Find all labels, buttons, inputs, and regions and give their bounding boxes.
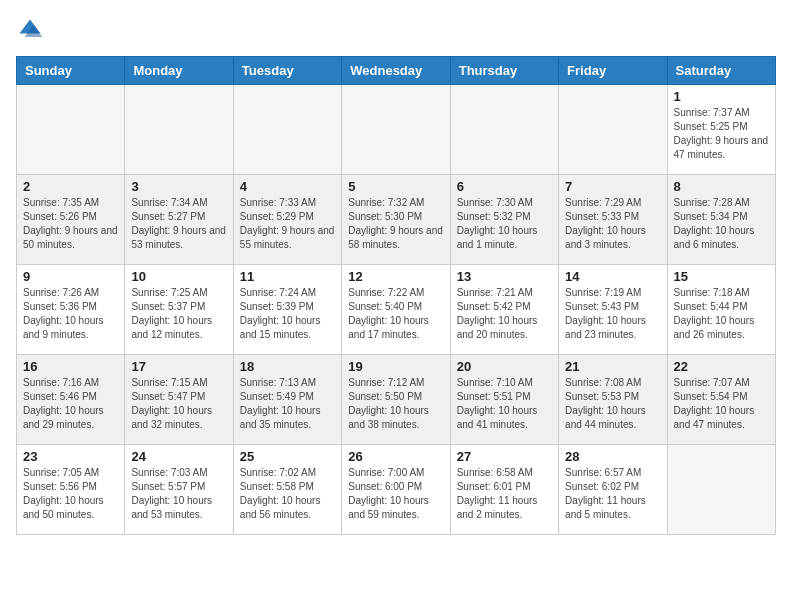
day-number: 18 [240,359,335,374]
day-info: Sunrise: 7:03 AM Sunset: 5:57 PM Dayligh… [131,466,226,522]
day-info: Sunrise: 7:08 AM Sunset: 5:53 PM Dayligh… [565,376,660,432]
col-header-saturday: Saturday [667,57,775,85]
day-cell: 12Sunrise: 7:22 AM Sunset: 5:40 PM Dayli… [342,265,450,355]
day-cell [559,85,667,175]
day-cell: 22Sunrise: 7:07 AM Sunset: 5:54 PM Dayli… [667,355,775,445]
day-info: Sunrise: 7:37 AM Sunset: 5:25 PM Dayligh… [674,106,769,162]
day-number: 26 [348,449,443,464]
day-number: 9 [23,269,118,284]
day-info: Sunrise: 7:26 AM Sunset: 5:36 PM Dayligh… [23,286,118,342]
day-cell: 2Sunrise: 7:35 AM Sunset: 5:26 PM Daylig… [17,175,125,265]
day-number: 28 [565,449,660,464]
day-cell: 14Sunrise: 7:19 AM Sunset: 5:43 PM Dayli… [559,265,667,355]
logo-icon [16,16,44,44]
day-cell: 4Sunrise: 7:33 AM Sunset: 5:29 PM Daylig… [233,175,341,265]
day-cell: 16Sunrise: 7:16 AM Sunset: 5:46 PM Dayli… [17,355,125,445]
day-info: Sunrise: 7:35 AM Sunset: 5:26 PM Dayligh… [23,196,118,252]
col-header-thursday: Thursday [450,57,558,85]
day-info: Sunrise: 6:57 AM Sunset: 6:02 PM Dayligh… [565,466,660,522]
day-number: 1 [674,89,769,104]
day-cell: 25Sunrise: 7:02 AM Sunset: 5:58 PM Dayli… [233,445,341,535]
day-cell: 19Sunrise: 7:12 AM Sunset: 5:50 PM Dayli… [342,355,450,445]
day-number: 25 [240,449,335,464]
day-info: Sunrise: 7:19 AM Sunset: 5:43 PM Dayligh… [565,286,660,342]
day-number: 24 [131,449,226,464]
day-cell: 18Sunrise: 7:13 AM Sunset: 5:49 PM Dayli… [233,355,341,445]
col-header-tuesday: Tuesday [233,57,341,85]
day-cell: 20Sunrise: 7:10 AM Sunset: 5:51 PM Dayli… [450,355,558,445]
day-cell [667,445,775,535]
day-number: 7 [565,179,660,194]
day-cell [233,85,341,175]
day-cell: 10Sunrise: 7:25 AM Sunset: 5:37 PM Dayli… [125,265,233,355]
day-info: Sunrise: 7:13 AM Sunset: 5:49 PM Dayligh… [240,376,335,432]
week-row-3: 9Sunrise: 7:26 AM Sunset: 5:36 PM Daylig… [17,265,776,355]
day-cell [450,85,558,175]
day-number: 21 [565,359,660,374]
day-cell: 24Sunrise: 7:03 AM Sunset: 5:57 PM Dayli… [125,445,233,535]
day-info: Sunrise: 7:34 AM Sunset: 5:27 PM Dayligh… [131,196,226,252]
day-cell: 6Sunrise: 7:30 AM Sunset: 5:32 PM Daylig… [450,175,558,265]
day-cell [342,85,450,175]
day-number: 16 [23,359,118,374]
day-info: Sunrise: 7:05 AM Sunset: 5:56 PM Dayligh… [23,466,118,522]
page-header [16,16,776,44]
week-row-4: 16Sunrise: 7:16 AM Sunset: 5:46 PM Dayli… [17,355,776,445]
day-number: 4 [240,179,335,194]
day-info: Sunrise: 7:02 AM Sunset: 5:58 PM Dayligh… [240,466,335,522]
day-cell: 21Sunrise: 7:08 AM Sunset: 5:53 PM Dayli… [559,355,667,445]
col-header-friday: Friday [559,57,667,85]
day-info: Sunrise: 7:12 AM Sunset: 5:50 PM Dayligh… [348,376,443,432]
day-cell: 23Sunrise: 7:05 AM Sunset: 5:56 PM Dayli… [17,445,125,535]
day-number: 23 [23,449,118,464]
day-cell: 15Sunrise: 7:18 AM Sunset: 5:44 PM Dayli… [667,265,775,355]
day-info: Sunrise: 7:28 AM Sunset: 5:34 PM Dayligh… [674,196,769,252]
calendar-table: SundayMondayTuesdayWednesdayThursdayFrid… [16,56,776,535]
day-info: Sunrise: 7:10 AM Sunset: 5:51 PM Dayligh… [457,376,552,432]
day-cell: 26Sunrise: 7:00 AM Sunset: 6:00 PM Dayli… [342,445,450,535]
week-row-2: 2Sunrise: 7:35 AM Sunset: 5:26 PM Daylig… [17,175,776,265]
week-row-1: 1Sunrise: 7:37 AM Sunset: 5:25 PM Daylig… [17,85,776,175]
day-number: 17 [131,359,226,374]
week-row-5: 23Sunrise: 7:05 AM Sunset: 5:56 PM Dayli… [17,445,776,535]
day-number: 22 [674,359,769,374]
day-cell: 11Sunrise: 7:24 AM Sunset: 5:39 PM Dayli… [233,265,341,355]
day-info: Sunrise: 7:15 AM Sunset: 5:47 PM Dayligh… [131,376,226,432]
day-cell: 3Sunrise: 7:34 AM Sunset: 5:27 PM Daylig… [125,175,233,265]
day-number: 27 [457,449,552,464]
day-cell: 9Sunrise: 7:26 AM Sunset: 5:36 PM Daylig… [17,265,125,355]
col-header-monday: Monday [125,57,233,85]
day-number: 13 [457,269,552,284]
day-cell: 27Sunrise: 6:58 AM Sunset: 6:01 PM Dayli… [450,445,558,535]
day-cell [17,85,125,175]
day-number: 10 [131,269,226,284]
calendar-header-row: SundayMondayTuesdayWednesdayThursdayFrid… [17,57,776,85]
day-info: Sunrise: 7:25 AM Sunset: 5:37 PM Dayligh… [131,286,226,342]
day-info: Sunrise: 7:24 AM Sunset: 5:39 PM Dayligh… [240,286,335,342]
day-info: Sunrise: 7:21 AM Sunset: 5:42 PM Dayligh… [457,286,552,342]
col-header-wednesday: Wednesday [342,57,450,85]
day-info: Sunrise: 7:30 AM Sunset: 5:32 PM Dayligh… [457,196,552,252]
day-info: Sunrise: 7:07 AM Sunset: 5:54 PM Dayligh… [674,376,769,432]
day-cell: 7Sunrise: 7:29 AM Sunset: 5:33 PM Daylig… [559,175,667,265]
day-cell: 1Sunrise: 7:37 AM Sunset: 5:25 PM Daylig… [667,85,775,175]
day-number: 15 [674,269,769,284]
day-info: Sunrise: 6:58 AM Sunset: 6:01 PM Dayligh… [457,466,552,522]
day-cell: 5Sunrise: 7:32 AM Sunset: 5:30 PM Daylig… [342,175,450,265]
day-number: 11 [240,269,335,284]
day-number: 5 [348,179,443,194]
day-info: Sunrise: 7:29 AM Sunset: 5:33 PM Dayligh… [565,196,660,252]
day-info: Sunrise: 7:32 AM Sunset: 5:30 PM Dayligh… [348,196,443,252]
day-cell: 13Sunrise: 7:21 AM Sunset: 5:42 PM Dayli… [450,265,558,355]
logo [16,16,48,44]
day-number: 19 [348,359,443,374]
day-number: 2 [23,179,118,194]
day-cell: 17Sunrise: 7:15 AM Sunset: 5:47 PM Dayli… [125,355,233,445]
day-cell [125,85,233,175]
day-number: 6 [457,179,552,194]
day-info: Sunrise: 7:16 AM Sunset: 5:46 PM Dayligh… [23,376,118,432]
day-number: 3 [131,179,226,194]
day-number: 8 [674,179,769,194]
day-number: 12 [348,269,443,284]
day-info: Sunrise: 7:00 AM Sunset: 6:00 PM Dayligh… [348,466,443,522]
